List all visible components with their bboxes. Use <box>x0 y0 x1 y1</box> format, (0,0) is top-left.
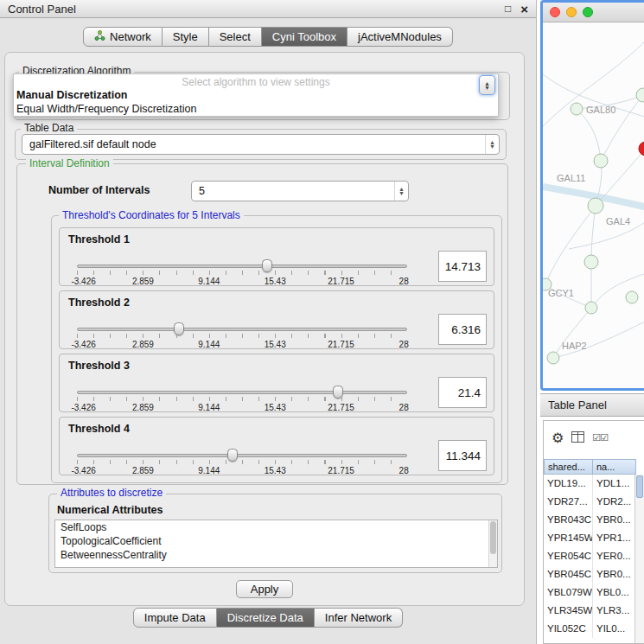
node[interactable] <box>636 88 644 102</box>
table-row[interactable]: YLR345WYLR3... <box>544 602 644 620</box>
selected-red-node[interactable] <box>639 142 644 156</box>
select-columns-icon[interactable]: ☑☑ <box>592 432 608 443</box>
threshold-4-value-field[interactable]: 11.344 <box>438 440 487 471</box>
tab-infer-network[interactable]: Infer Network <box>315 608 403 628</box>
tab-style[interactable]: Style <box>163 27 209 47</box>
table-data-combo-stepper-icon[interactable]: ▲▼ <box>485 135 499 154</box>
table-row[interactable]: YBR043CYBR0... <box>544 511 644 529</box>
tab-discretize-data[interactable]: Discretize Data <box>217 608 315 628</box>
algorithm-placeholder: Select algorithm to view settings <box>14 74 498 88</box>
tab-select[interactable]: Select <box>209 27 262 47</box>
node-label: GAL11 <box>557 173 585 183</box>
table-panel-header: Table Panel <box>540 393 644 417</box>
threshold-3-slider[interactable]: -3.426 2.859 9.144 15.43 21.715 28 <box>77 391 407 413</box>
list-item-topologicalcoefficient[interactable]: TopologicalCoefficient <box>55 534 497 548</box>
list-item-selfloops[interactable]: SelfLoops <box>55 520 497 534</box>
top-tab-bar: Network Style Select Cyni Toolbox jActiv… <box>0 27 536 47</box>
node-label: GCY1 <box>548 288 574 298</box>
threshold-3-value-field[interactable]: 21.4 <box>438 377 487 408</box>
dropdown-option-manual-discretization[interactable]: Manual Discretization <box>14 88 498 102</box>
threshold-1-slider[interactable]: -3.426 2.859 9.144 15.43 21.715 28 <box>77 265 407 287</box>
table-cell[interactable]: YPR145W <box>544 529 593 547</box>
table-cell[interactable]: YPR1... <box>593 529 636 547</box>
table-cell[interactable]: YDL1... <box>593 475 636 493</box>
attributes-scrollbar[interactable] <box>488 520 497 567</box>
tick-label: 9.144 <box>198 277 220 286</box>
tick-label: -3.426 <box>71 466 95 475</box>
table-cell[interactable]: YDL19... <box>544 475 593 493</box>
tab-cyni-toolbox[interactable]: Cyni Toolbox <box>262 27 348 47</box>
column-header-shared-name[interactable]: shared... <box>544 459 593 475</box>
tick-label: -3.426 <box>71 277 95 286</box>
table-cell[interactable]: YER054C <box>544 547 593 565</box>
node-table: shared... na... YDL19...YDL1... YDR27...… <box>544 459 644 638</box>
tick-label: 15.43 <box>265 403 286 412</box>
table-row[interactable]: YIL052CYIL0... <box>544 620 644 638</box>
node-label: GAL80 <box>586 105 615 115</box>
table-row[interactable]: YBR045CYBR0... <box>544 565 644 583</box>
number-of-intervals-stepper-icon[interactable]: ▲▼ <box>394 182 408 201</box>
float-window-icon[interactable]: □ <box>505 3 511 15</box>
table-cell[interactable]: YLR345W <box>544 602 593 620</box>
table-cell[interactable]: YBR045C <box>544 565 593 583</box>
table-cell[interactable]: YDR27... <box>544 493 593 511</box>
table-cell[interactable]: YIL052C <box>544 620 593 638</box>
zoom-traffic-light-icon[interactable] <box>583 7 593 17</box>
node-gal11[interactable] <box>594 154 608 168</box>
node-gal4[interactable] <box>588 198 603 214</box>
table-row[interactable]: YER054CYER0... <box>544 547 644 565</box>
column-header-name[interactable]: na... <box>593 459 636 475</box>
table-cell[interactable]: YER0... <box>593 547 636 565</box>
table-row[interactable]: YDR27...YDR2... <box>544 493 644 511</box>
node-hap2[interactable] <box>547 352 559 364</box>
minimize-traffic-light-icon[interactable] <box>566 7 577 17</box>
gear-icon[interactable]: ⚙ <box>552 431 564 445</box>
tick-label: -3.426 <box>71 403 95 412</box>
tab-network[interactable]: Network <box>83 27 163 47</box>
network-view-window[interactable]: GAL80 GAL11 GAL4 GCY1 HAP2 <box>540 0 644 391</box>
table-row[interactable]: YBL079WYBL0... <box>544 583 644 602</box>
node-gal80[interactable] <box>571 103 583 115</box>
apply-button[interactable]: Apply <box>236 580 293 598</box>
threshold-1-value-field[interactable]: 14.713 <box>438 251 487 282</box>
node[interactable] <box>585 302 597 314</box>
slider-track[interactable] <box>77 265 407 268</box>
tab-impute-data[interactable]: Impute Data <box>133 608 217 628</box>
table-data-combo[interactable]: galFiltered.sif default node ▲▼ <box>22 134 500 155</box>
node[interactable] <box>626 291 638 303</box>
table-scrollbar[interactable] <box>634 475 644 643</box>
tick-label: 2.859 <box>132 466 154 475</box>
table-cell[interactable]: YLR3... <box>593 602 636 620</box>
tab-jactivemnodules[interactable]: jActiveMNodules <box>348 27 453 47</box>
scrollbar-thumb[interactable] <box>636 475 643 498</box>
threshold-2-value-field[interactable]: 6.316 <box>438 314 487 345</box>
scrollbar-thumb[interactable] <box>490 521 496 554</box>
network-canvas[interactable]: GAL80 GAL11 GAL4 GCY1 HAP2 <box>543 22 644 388</box>
slider-track[interactable] <box>77 391 407 394</box>
table-cell[interactable]: YBR043C <box>544 511 593 529</box>
table-cell[interactable]: YBL079W <box>544 583 593 602</box>
table-cell[interactable]: YBR0... <box>593 511 636 529</box>
slider-ticks <box>77 271 407 275</box>
close-icon[interactable]: × <box>520 2 528 16</box>
list-item-betweennesscentrality[interactable]: BetweennessCentrality <box>55 548 497 562</box>
dropdown-option-equal-width[interactable]: Equal Width/Frequency Discretization <box>14 102 498 116</box>
threshold-4-slider[interactable]: -3.426 2.859 9.144 15.43 21.715 28 <box>77 454 407 476</box>
node[interactable] <box>584 255 598 269</box>
table-cell[interactable]: YDR2... <box>593 493 636 511</box>
algorithm-combo-stepper[interactable]: ▲▼ <box>479 75 495 95</box>
table-cell[interactable]: YBR0... <box>593 565 636 583</box>
table-row[interactable]: YPR145WYPR1... <box>544 529 644 547</box>
table-cell[interactable]: YIL0... <box>593 620 636 638</box>
threshold-2-slider[interactable]: -3.426 2.859 9.144 15.43 21.715 28 <box>77 328 407 350</box>
network-graph: GAL80 GAL11 GAL4 GCY1 HAP2 <box>543 22 644 388</box>
slider-track[interactable] <box>77 454 407 457</box>
columns-icon[interactable] <box>571 430 584 446</box>
tab-style-label: Style <box>173 30 198 43</box>
algorithm-dropdown-popup: Select algorithm to view settings Manual… <box>13 73 499 117</box>
table-row[interactable]: YDL19...YDL1... <box>544 475 644 493</box>
slider-track[interactable] <box>77 328 407 331</box>
number-of-intervals-combo[interactable]: 5 ▲▼ <box>191 181 409 201</box>
table-cell[interactable]: YBL0... <box>593 583 636 602</box>
close-traffic-light-icon[interactable] <box>550 7 560 17</box>
